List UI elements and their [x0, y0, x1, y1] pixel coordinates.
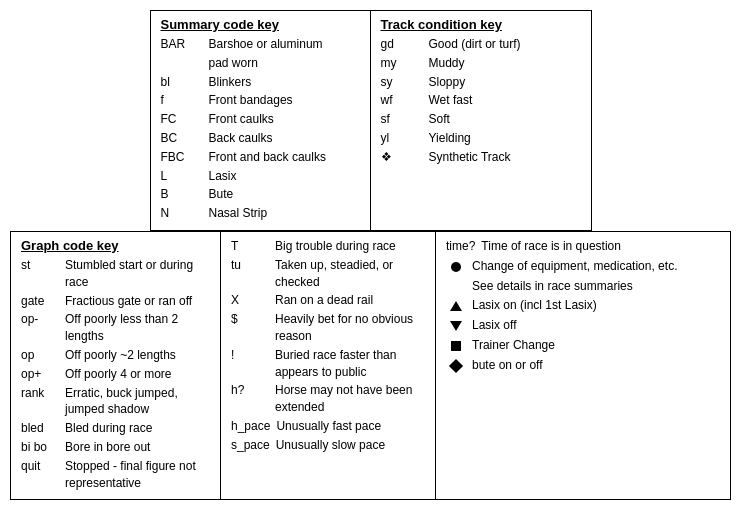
key-desc: Bute: [209, 186, 360, 203]
key-desc: Synthetic Track: [429, 149, 581, 166]
graph-row: s_pace Unusually slow pace: [231, 437, 425, 454]
key-row: yl Yielding: [381, 130, 581, 147]
graph-desc: Unusually slow pace: [276, 437, 425, 454]
graph-desc: Stopped - final figure not representativ…: [65, 458, 210, 492]
key-desc: Nasal Strip: [209, 205, 360, 222]
key-code: FBC: [161, 149, 201, 166]
key-row: bl Blinkers: [161, 74, 360, 91]
symbol-row: Lasix on (incl 1st Lasix): [446, 297, 720, 314]
graph-desc: Unusually fast pace: [276, 418, 425, 435]
key-code: gd: [381, 36, 421, 53]
graph-code: bi bo: [21, 439, 59, 456]
key-row: wf Wet fast: [381, 92, 581, 109]
graph-code: h_pace: [231, 418, 270, 435]
graph-desc: Stumbled start or during race: [65, 257, 210, 291]
middle-column: T Big trouble during race tu Taken up, s…: [221, 232, 436, 499]
graph-code: op+: [21, 366, 59, 383]
key-row: BC Back caulks: [161, 130, 360, 147]
key-row: my Muddy: [381, 55, 581, 72]
graph-desc: Bled during race: [65, 420, 210, 437]
key-code: N: [161, 205, 201, 222]
graph-code: $: [231, 311, 269, 345]
graph-code: st: [21, 257, 59, 291]
graph-code: quit: [21, 458, 59, 492]
graph-row: h_pace Unusually fast pace: [231, 418, 425, 435]
symbol-row: Lasix off: [446, 317, 720, 334]
track-condition-key: Track condition key gd Good (dirt or tur…: [371, 11, 591, 230]
key-desc: Sloppy: [429, 74, 581, 91]
square-icon: [446, 337, 466, 354]
key-row: FC Front caulks: [161, 111, 360, 128]
graph-desc: Off poorly ~2 lengths: [65, 347, 210, 364]
key-code: FC: [161, 111, 201, 128]
key-desc: Muddy: [429, 55, 581, 72]
symbol-row: time? Time of race is in question: [446, 238, 720, 255]
graph-row: $ Heavily bet for no obvious reason: [231, 311, 425, 345]
key-row: B Bute: [161, 186, 360, 203]
graph-row: tu Taken up, steadied, or checked: [231, 257, 425, 291]
symbol-desc: See details in race summaries: [472, 278, 720, 295]
key-desc: pad worn: [209, 55, 360, 72]
time-column: time? Time of race is in question Change…: [436, 232, 730, 499]
graph-row: T Big trouble during race: [231, 238, 425, 255]
graph-code: op-: [21, 311, 59, 345]
graph-desc: Big trouble during race: [275, 238, 425, 255]
triangle-down-icon: [446, 317, 466, 334]
key-code: sf: [381, 111, 421, 128]
graph-code: h?: [231, 382, 269, 416]
time-symbol: time?: [446, 238, 475, 255]
graph-row: st Stumbled start or during race: [21, 257, 210, 291]
track-condition-key-title: Track condition key: [381, 17, 581, 32]
key-desc: Blinkers: [209, 74, 360, 91]
key-row: f Front bandages: [161, 92, 360, 109]
graph-code: !: [231, 347, 269, 381]
summary-key-title: Summary code key: [161, 17, 360, 32]
key-row: N Nasal Strip: [161, 205, 360, 222]
graph-row: bled Bled during race: [21, 420, 210, 437]
key-desc: Good (dirt or turf): [429, 36, 581, 53]
graph-desc: Taken up, steadied, or checked: [275, 257, 425, 291]
graph-row: X Ran on a dead rail: [231, 292, 425, 309]
key-row: sf Soft: [381, 111, 581, 128]
key-code: f: [161, 92, 201, 109]
graph-code: s_pace: [231, 437, 270, 454]
graph-code: rank: [21, 385, 59, 419]
symbol-desc: Lasix off: [472, 317, 720, 334]
graph-row: op- Off poorly less than 2 lengths: [21, 311, 210, 345]
key-code: yl: [381, 130, 421, 147]
key-desc: Front and back caulks: [209, 149, 360, 166]
graph-desc: Off poorly 4 or more: [65, 366, 210, 383]
key-code: ❖: [381, 149, 421, 166]
graph-key-title: Graph code key: [21, 238, 210, 253]
symbol-row: Change of equipment, medication, etc.: [446, 258, 720, 275]
bottom-section: Graph code key st Stumbled start or duri…: [10, 231, 731, 500]
main-container: Summary code key BAR Barshoe or aluminum…: [10, 10, 731, 500]
graph-code: tu: [231, 257, 269, 291]
key-code: wf: [381, 92, 421, 109]
key-row: FBC Front and back caulks: [161, 149, 360, 166]
symbol-desc: Time of race is in question: [481, 238, 720, 255]
key-row: gd Good (dirt or turf): [381, 36, 581, 53]
symbol-desc: Trainer Change: [472, 337, 720, 354]
graph-desc: Fractious gate or ran off: [65, 293, 210, 310]
graph-desc: Buried race faster than appears to publi…: [275, 347, 425, 381]
key-code: L: [161, 168, 201, 185]
graph-desc: Off poorly less than 2 lengths: [65, 311, 210, 345]
key-desc: Wet fast: [429, 92, 581, 109]
key-desc: Front bandages: [209, 92, 360, 109]
triangle-up-icon: [446, 297, 466, 314]
graph-desc: Erratic, buck jumped, jumped shadow: [65, 385, 210, 419]
key-code: bl: [161, 74, 201, 91]
graph-key-column: Graph code key st Stumbled start or duri…: [11, 232, 221, 499]
key-row: L Lasix: [161, 168, 360, 185]
symbol-desc: bute on or off: [472, 357, 720, 374]
graph-row: h? Horse may not have been extended: [231, 382, 425, 416]
symbol-row: See details in race summaries: [446, 278, 720, 295]
key-desc: Lasix: [209, 168, 360, 185]
graph-desc: Heavily bet for no obvious reason: [275, 311, 425, 345]
key-desc: Soft: [429, 111, 581, 128]
key-desc: Front caulks: [209, 111, 360, 128]
key-code: B: [161, 186, 201, 203]
symbol-desc: Change of equipment, medication, etc.: [472, 258, 720, 275]
graph-code: op: [21, 347, 59, 364]
